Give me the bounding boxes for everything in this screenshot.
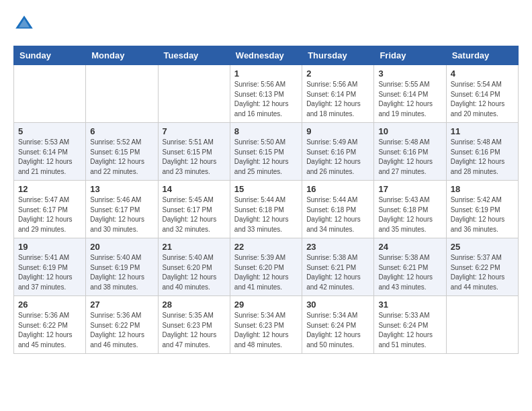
day-info: Sunrise: 5:34 AM Sunset: 6:23 PM Dayligh… — [234, 311, 298, 350]
day-info: Sunrise: 5:45 AM Sunset: 6:17 PM Dayligh… — [163, 195, 226, 234]
day-info: Sunrise: 5:38 AM Sunset: 6:21 PM Dayligh… — [306, 253, 369, 292]
day-info: Sunrise: 5:52 AM Sunset: 6:15 PM Dayligh… — [90, 138, 153, 177]
calendar-cell: 21Sunrise: 5:40 AM Sunset: 6:20 PM Dayli… — [158, 238, 230, 296]
day-info: Sunrise: 5:53 AM Sunset: 6:14 PM Dayligh… — [18, 138, 81, 177]
day-number: 6 — [90, 126, 153, 136]
calendar-cell: 4Sunrise: 5:54 AM Sunset: 6:14 PM Daylig… — [446, 65, 518, 123]
day-number: 27 — [90, 300, 153, 310]
calendar-cell: 15Sunrise: 5:44 AM Sunset: 6:18 PM Dayli… — [230, 181, 302, 238]
calendar-cell: 22Sunrise: 5:39 AM Sunset: 6:20 PM Dayli… — [230, 238, 302, 296]
day-number: 19 — [18, 242, 81, 252]
day-number: 2 — [306, 68, 369, 79]
calendar-cell: 29Sunrise: 5:34 AM Sunset: 6:23 PM Dayli… — [230, 296, 302, 354]
day-number: 22 — [234, 242, 298, 252]
calendar-cell: 1Sunrise: 5:56 AM Sunset: 6:13 PM Daylig… — [230, 65, 302, 123]
day-number: 16 — [306, 184, 369, 194]
day-number: 29 — [234, 300, 298, 310]
day-number: 23 — [306, 242, 369, 252]
calendar-cell: 25Sunrise: 5:37 AM Sunset: 6:22 PM Dayli… — [446, 238, 518, 296]
day-number: 5 — [18, 126, 81, 136]
day-info: Sunrise: 5:48 AM Sunset: 6:16 PM Dayligh… — [378, 138, 441, 177]
day-info: Sunrise: 5:50 AM Sunset: 6:15 PM Dayligh… — [234, 138, 298, 177]
calendar-cell: 6Sunrise: 5:52 AM Sunset: 6:15 PM Daylig… — [86, 123, 158, 181]
day-info: Sunrise: 5:34 AM Sunset: 6:24 PM Dayligh… — [306, 311, 369, 350]
day-info: Sunrise: 5:42 AM Sunset: 6:19 PM Dayligh… — [451, 195, 514, 234]
calendar-cell — [446, 296, 518, 354]
day-info: Sunrise: 5:40 AM Sunset: 6:20 PM Dayligh… — [163, 253, 226, 292]
calendar-cell: 9Sunrise: 5:49 AM Sunset: 6:16 PM Daylig… — [302, 123, 374, 181]
calendar-cell: 10Sunrise: 5:48 AM Sunset: 6:16 PM Dayli… — [374, 123, 446, 181]
day-number: 1 — [234, 68, 298, 79]
calendar-cell: 12Sunrise: 5:47 AM Sunset: 6:17 PM Dayli… — [14, 181, 86, 238]
day-number: 12 — [18, 184, 81, 194]
day-number: 17 — [378, 184, 441, 194]
day-number: 3 — [378, 68, 441, 79]
calendar-week-row: 26Sunrise: 5:36 AM Sunset: 6:22 PM Dayli… — [14, 296, 519, 354]
weekday-header-row: SundayMondayTuesdayWednesdayThursdayFrid… — [14, 46, 519, 65]
calendar-cell: 23Sunrise: 5:38 AM Sunset: 6:21 PM Dayli… — [302, 238, 374, 296]
calendar-cell — [86, 65, 158, 123]
calendar-cell: 18Sunrise: 5:42 AM Sunset: 6:19 PM Dayli… — [446, 181, 518, 238]
day-info: Sunrise: 5:37 AM Sunset: 6:22 PM Dayligh… — [451, 253, 514, 292]
day-info: Sunrise: 5:38 AM Sunset: 6:21 PM Dayligh… — [378, 253, 441, 292]
weekday-header: Saturday — [446, 46, 518, 65]
day-number: 30 — [306, 300, 369, 310]
day-number: 18 — [451, 184, 514, 194]
day-info: Sunrise: 5:36 AM Sunset: 6:22 PM Dayligh… — [90, 311, 153, 350]
calendar-cell: 20Sunrise: 5:40 AM Sunset: 6:19 PM Dayli… — [86, 238, 158, 296]
day-info: Sunrise: 5:35 AM Sunset: 6:23 PM Dayligh… — [163, 311, 226, 350]
calendar-week-row: 12Sunrise: 5:47 AM Sunset: 6:17 PM Dayli… — [14, 181, 519, 238]
day-info: Sunrise: 5:56 AM Sunset: 6:13 PM Dayligh… — [234, 80, 298, 119]
calendar-cell: 17Sunrise: 5:43 AM Sunset: 6:18 PM Dayli… — [374, 181, 446, 238]
calendar-cell: 8Sunrise: 5:50 AM Sunset: 6:15 PM Daylig… — [230, 123, 302, 181]
weekday-header: Sunday — [14, 46, 86, 65]
calendar-cell: 30Sunrise: 5:34 AM Sunset: 6:24 PM Dayli… — [302, 296, 374, 354]
calendar-cell: 24Sunrise: 5:38 AM Sunset: 6:21 PM Dayli… — [374, 238, 446, 296]
calendar-cell: 13Sunrise: 5:46 AM Sunset: 6:17 PM Dayli… — [86, 181, 158, 238]
day-info: Sunrise: 5:44 AM Sunset: 6:18 PM Dayligh… — [306, 195, 369, 234]
calendar-cell: 5Sunrise: 5:53 AM Sunset: 6:14 PM Daylig… — [14, 123, 86, 181]
day-info: Sunrise: 5:46 AM Sunset: 6:17 PM Dayligh… — [90, 195, 153, 234]
weekday-header: Friday — [374, 46, 446, 65]
day-info: Sunrise: 5:39 AM Sunset: 6:20 PM Dayligh… — [234, 253, 298, 292]
calendar-cell: 19Sunrise: 5:41 AM Sunset: 6:19 PM Dayli… — [14, 238, 86, 296]
calendar-cell: 14Sunrise: 5:45 AM Sunset: 6:17 PM Dayli… — [158, 181, 230, 238]
page-header — [13, 13, 519, 35]
calendar-cell: 31Sunrise: 5:33 AM Sunset: 6:24 PM Dayli… — [374, 296, 446, 354]
day-number: 25 — [451, 242, 514, 252]
day-number: 11 — [451, 126, 514, 136]
day-number: 9 — [306, 126, 369, 136]
weekday-header: Monday — [86, 46, 158, 65]
calendar-cell: 11Sunrise: 5:48 AM Sunset: 6:16 PM Dayli… — [446, 123, 518, 181]
day-info: Sunrise: 5:40 AM Sunset: 6:19 PM Dayligh… — [90, 253, 153, 292]
day-number: 28 — [163, 300, 226, 310]
calendar-table: SundayMondayTuesdayWednesdayThursdayFrid… — [13, 46, 519, 354]
calendar-week-row: 5Sunrise: 5:53 AM Sunset: 6:14 PM Daylig… — [14, 123, 519, 181]
day-info: Sunrise: 5:56 AM Sunset: 6:14 PM Dayligh… — [306, 80, 369, 119]
day-info: Sunrise: 5:49 AM Sunset: 6:16 PM Dayligh… — [306, 138, 369, 177]
day-info: Sunrise: 5:51 AM Sunset: 6:15 PM Dayligh… — [163, 138, 226, 177]
day-info: Sunrise: 5:47 AM Sunset: 6:17 PM Dayligh… — [18, 195, 81, 234]
day-info: Sunrise: 5:44 AM Sunset: 6:18 PM Dayligh… — [234, 195, 298, 234]
day-info: Sunrise: 5:41 AM Sunset: 6:19 PM Dayligh… — [18, 253, 81, 292]
day-info: Sunrise: 5:55 AM Sunset: 6:14 PM Dayligh… — [378, 80, 441, 119]
day-number: 13 — [90, 184, 153, 194]
calendar-cell: 3Sunrise: 5:55 AM Sunset: 6:14 PM Daylig… — [374, 65, 446, 123]
calendar-cell: 28Sunrise: 5:35 AM Sunset: 6:23 PM Dayli… — [158, 296, 230, 354]
weekday-header: Wednesday — [230, 46, 302, 65]
day-number: 15 — [234, 184, 298, 194]
day-info: Sunrise: 5:43 AM Sunset: 6:18 PM Dayligh… — [378, 195, 441, 234]
calendar-week-row: 1Sunrise: 5:56 AM Sunset: 6:13 PM Daylig… — [14, 65, 519, 123]
day-info: Sunrise: 5:33 AM Sunset: 6:24 PM Dayligh… — [378, 311, 441, 350]
day-number: 24 — [378, 242, 441, 252]
day-info: Sunrise: 5:36 AM Sunset: 6:22 PM Dayligh… — [18, 311, 81, 350]
day-number: 10 — [378, 126, 441, 136]
calendar-cell: 16Sunrise: 5:44 AM Sunset: 6:18 PM Dayli… — [302, 181, 374, 238]
logo-icon — [13, 13, 35, 35]
calendar-cell: 7Sunrise: 5:51 AM Sunset: 6:15 PM Daylig… — [158, 123, 230, 181]
day-number: 14 — [163, 184, 226, 194]
day-info: Sunrise: 5:54 AM Sunset: 6:14 PM Dayligh… — [451, 80, 514, 119]
day-number: 21 — [163, 242, 226, 252]
calendar-cell: 27Sunrise: 5:36 AM Sunset: 6:22 PM Dayli… — [86, 296, 158, 354]
day-info: Sunrise: 5:48 AM Sunset: 6:16 PM Dayligh… — [451, 138, 514, 177]
